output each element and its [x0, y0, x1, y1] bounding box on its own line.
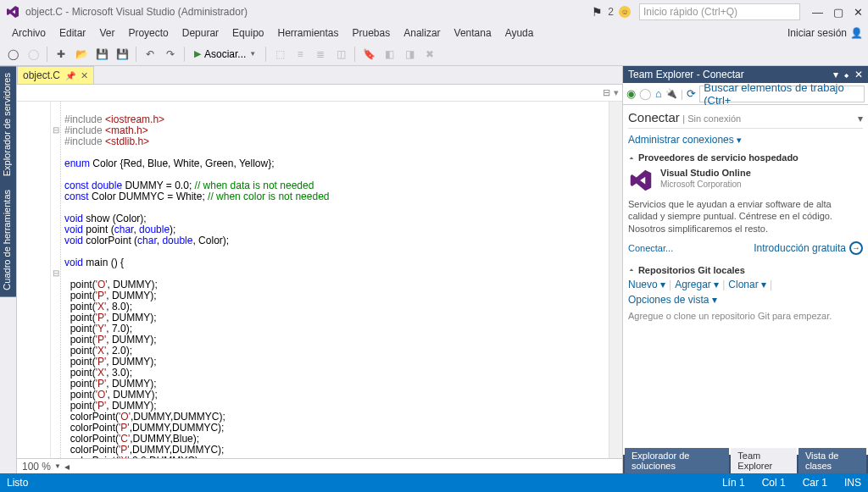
login-link[interactable]: Iniciar sesión: [787, 27, 847, 39]
code-editor[interactable]: ⊟ ⊟ #include <iostream.h> #include <math…: [17, 102, 622, 458]
menu-herramientas[interactable]: Herramientas: [270, 25, 345, 41]
status-ready: Listo: [7, 477, 28, 489]
vso-description: Servicios que le ayudan a enviar softwar…: [628, 198, 863, 235]
tb-icon-4[interactable]: ◫: [331, 45, 350, 64]
te-refresh-icon[interactable]: ⟳: [687, 87, 696, 100]
start-debug-button[interactable]: ▶ Asociar... ▼: [189, 45, 261, 64]
quick-launch-input[interactable]: Inicio rápido (Ctrl+Q): [639, 3, 800, 20]
undo-icon[interactable]: ↶: [141, 45, 159, 64]
status-bar: Listo Lín 1 Col 1 Car 1 INS: [0, 473, 868, 492]
team-search-input[interactable]: Buscar elementos de trabajo (Ctrl+: [699, 86, 865, 102]
vso-org: Microsoft Corporation: [660, 180, 742, 189]
git-new-link[interactable]: Nuevo ▾: [628, 279, 665, 290]
menu-ver[interactable]: Ver: [92, 25, 121, 41]
tb-icon-6[interactable]: ◧: [380, 45, 398, 64]
tb-icon-1[interactable]: ⬚: [270, 45, 289, 64]
file-tab-object-c[interactable]: object.C 📌 ✕: [17, 66, 94, 84]
intro-link[interactable]: Introducción gratuita →: [754, 241, 863, 255]
te-forward-icon[interactable]: ◯: [639, 87, 652, 100]
solution-explorer-tab[interactable]: Explorador de soluciones: [625, 448, 729, 473]
git-clone-link[interactable]: Clonar ▾: [728, 279, 766, 290]
new-file-icon[interactable]: ✚: [52, 45, 70, 64]
user-icon[interactable]: 👤: [850, 27, 863, 39]
file-tab-label: object.C: [23, 69, 60, 81]
window-title: object.C - Microsoft Visual Studio (Admi…: [25, 6, 592, 18]
nav-forward-icon[interactable]: ◯: [24, 45, 42, 64]
menu-bar: Archivo Editar Ver Proyecto Depurar Equi…: [0, 24, 868, 42]
vs-logo-icon: [5, 4, 20, 19]
menu-archivo[interactable]: Archivo: [5, 25, 53, 41]
status-ins: INS: [844, 477, 861, 489]
tb-icon-8[interactable]: ✖: [420, 45, 439, 64]
main-toolbar: ◯ ◯ ✚ 📂 💾 💾 ↶ ↷ ▶ Asociar... ▼ ⬚ ≡ ≣ ◫ 🔖…: [0, 42, 868, 66]
menu-equipo[interactable]: Equipo: [225, 25, 270, 41]
menu-editar[interactable]: Editar: [53, 25, 92, 41]
vso-name: Visual Studio Online: [660, 168, 751, 178]
status-car: Car 1: [803, 477, 827, 489]
close-button[interactable]: ✕: [854, 6, 863, 19]
hosted-providers-header[interactable]: Proveedores de servicio hospedado: [628, 152, 863, 163]
tb-icon-3[interactable]: ≣: [311, 45, 330, 64]
split-icon[interactable]: ⊟: [603, 87, 610, 98]
menu-ayuda[interactable]: Ayuda: [498, 25, 541, 41]
git-repos-header[interactable]: Repositorios Git locales: [628, 265, 863, 275]
notification-area: ⚑ 2 ☺: [592, 5, 631, 19]
zoom-level[interactable]: 100 %: [22, 461, 51, 473]
pin-icon[interactable]: 📌: [65, 71, 75, 80]
tb-icon-7[interactable]: ◨: [400, 45, 419, 64]
team-header-sub: Sin conexión: [687, 113, 741, 124]
flag-icon[interactable]: ⚑: [592, 5, 603, 19]
menu-pruebas[interactable]: Pruebas: [346, 25, 398, 41]
manage-connections-link[interactable]: Administrar conexiones ▾: [628, 135, 742, 145]
nav-back-icon[interactable]: ◯: [3, 45, 22, 64]
feedback-icon[interactable]: ☺: [619, 6, 631, 18]
team-header-dropdown-icon[interactable]: ▾: [858, 113, 863, 124]
tb-icon-5[interactable]: 🔖: [359, 45, 378, 64]
minimize-button[interactable]: —: [812, 6, 823, 19]
menu-analizar[interactable]: Analizar: [397, 25, 447, 41]
git-hint: Agregue o clone un repositorio Git para …: [628, 311, 863, 321]
save-all-icon[interactable]: 💾: [113, 45, 131, 64]
git-view-options-link[interactable]: Opciones de vista ▾: [628, 294, 717, 306]
git-add-link[interactable]: Agregar ▾: [675, 279, 719, 290]
menu-proyecto[interactable]: Proyecto: [121, 25, 175, 41]
status-col: Col 1: [762, 477, 786, 489]
redo-icon[interactable]: ↷: [161, 45, 180, 64]
toolbox-tab[interactable]: Cuadro de herramientas: [0, 183, 16, 297]
save-icon[interactable]: 💾: [92, 45, 111, 64]
te-connect-icon[interactable]: 🔌: [665, 88, 677, 99]
title-bar: object.C - Microsoft Visual Studio (Admi…: [0, 0, 868, 24]
panel-dropdown-icon[interactable]: ▾: [833, 69, 838, 80]
arrow-right-icon: →: [849, 241, 863, 255]
te-back-icon[interactable]: ◉: [626, 87, 636, 100]
panel-pin-icon[interactable]: ⬥: [843, 69, 849, 80]
team-explorer-tab[interactable]: Team Explorer: [731, 448, 797, 473]
server-explorer-tab[interactable]: Explorador de servidores: [0, 66, 16, 183]
tb-icon-2[interactable]: ≡: [291, 45, 309, 64]
play-icon: ▶: [194, 48, 201, 59]
connect-link[interactable]: Conectar...: [628, 243, 673, 253]
open-file-icon[interactable]: 📂: [72, 45, 91, 64]
menu-depurar[interactable]: Depurar: [175, 25, 225, 41]
status-line: Lín 1: [722, 477, 745, 489]
menu-ventana[interactable]: Ventana: [448, 25, 498, 41]
te-home-icon[interactable]: ⌂: [655, 87, 662, 100]
notification-count: 2: [608, 6, 614, 18]
class-view-tab[interactable]: Vista de clases: [798, 448, 866, 473]
vertical-scrollbar[interactable]: [609, 102, 622, 458]
team-header: Conectar: [628, 110, 680, 124]
dropdown-icon[interactable]: ▾: [614, 87, 619, 98]
panel-close-icon[interactable]: ✕: [854, 69, 863, 80]
maximize-button[interactable]: ▢: [833, 6, 843, 19]
tab-close-icon[interactable]: ✕: [81, 70, 88, 81]
vso-logo-icon: [628, 168, 654, 193]
